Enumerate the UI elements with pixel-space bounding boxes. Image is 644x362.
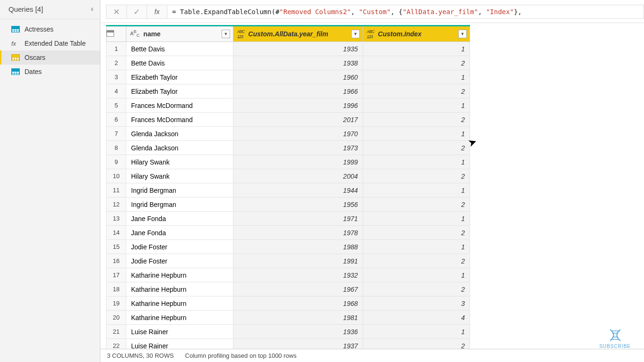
cell-name[interactable]: Frances McDormand [126, 99, 233, 113]
cell-name[interactable]: Luise Rainer [126, 339, 233, 349]
cell-index[interactable]: 1 [363, 183, 470, 197]
cell-name[interactable]: Katharine Hepburn [126, 282, 233, 296]
cell-year[interactable]: 1996 [233, 99, 363, 113]
cancel-formula-button[interactable]: ✕ [106, 5, 127, 19]
cell-year[interactable]: 1981 [233, 311, 363, 325]
cell-year[interactable]: 1938 [233, 56, 363, 70]
column-header-index[interactable]: ABC123 Custom.Index ▼ [363, 26, 470, 42]
table-row[interactable]: 4Elizabeth Taylor19662 [107, 84, 470, 99]
cell-name[interactable]: Jane Fonda [126, 212, 233, 226]
cell-index[interactable]: 1 [363, 127, 470, 141]
table-row[interactable]: 11Ingrid Bergman19441 [107, 183, 470, 197]
cell-year[interactable]: 1937 [233, 339, 363, 349]
table-corner-menu[interactable] [107, 26, 126, 42]
cell-name[interactable]: Frances McDormand [126, 113, 233, 127]
cell-year[interactable]: 1935 [233, 42, 363, 56]
cell-index[interactable]: 2 [363, 141, 470, 155]
table-row[interactable]: 5Frances McDormand19961 [107, 99, 470, 113]
cell-name[interactable]: Ingrid Bergman [126, 183, 233, 197]
cell-name[interactable]: Ingrid Bergman [126, 197, 233, 212]
cell-index[interactable]: 1 [363, 99, 470, 113]
cell-year[interactable]: 1973 [233, 141, 363, 155]
fx-button[interactable]: fx [147, 5, 167, 19]
cell-name[interactable]: Katharine Hepburn [126, 296, 233, 311]
cell-name[interactable]: Bette Davis [126, 42, 233, 56]
query-item-actresses[interactable]: Actresses [0, 22, 100, 36]
cell-name[interactable]: Glenda Jackson [126, 127, 233, 141]
query-item-dates[interactable]: Dates [0, 65, 100, 79]
cell-index[interactable]: 2 [363, 254, 470, 268]
column-header-year-film[interactable]: ABC123 Custom.AllData.year_film ▼ [233, 26, 363, 42]
table-row[interactable]: 8Glenda Jackson19732 [107, 141, 470, 155]
cell-index[interactable]: 1 [363, 325, 470, 339]
cell-name[interactable]: Hilary Swank [126, 169, 233, 183]
table-row[interactable]: 21Luise Rainer19361 [107, 325, 470, 339]
cell-year[interactable]: 1936 [233, 325, 363, 339]
cell-year[interactable]: 1960 [233, 70, 363, 84]
cell-index[interactable]: 1 [363, 70, 470, 84]
table-row[interactable]: 10Hilary Swank20042 [107, 169, 470, 183]
cell-name[interactable]: Luise Rainer [126, 325, 233, 339]
cell-year[interactable]: 1988 [233, 240, 363, 254]
cell-year[interactable]: 2017 [233, 113, 363, 127]
cell-index[interactable]: 2 [363, 56, 470, 70]
cell-index[interactable]: 4 [363, 311, 470, 325]
cell-name[interactable]: Hilary Swank [126, 155, 233, 169]
cell-name[interactable]: Elizabeth Taylor [126, 70, 233, 84]
cell-index[interactable]: 2 [363, 226, 470, 240]
cell-index[interactable]: 1 [363, 212, 470, 226]
filter-dropdown-icon[interactable]: ▼ [222, 30, 230, 38]
filter-dropdown-icon[interactable]: ▼ [351, 30, 360, 38]
table-row[interactable]: 6Frances McDormand20172 [107, 113, 470, 127]
cell-index[interactable]: 2 [363, 169, 470, 183]
cell-index[interactable]: 2 [363, 197, 470, 212]
cell-name[interactable]: Bette Davis [126, 56, 233, 70]
table-row[interactable]: 13Jane Fonda19711 [107, 212, 470, 226]
query-item-oscars[interactable]: Oscars [0, 50, 100, 65]
cell-index[interactable]: 1 [363, 42, 470, 56]
table-row[interactable]: 17Katharine Hepburn19321 [107, 268, 470, 282]
cell-index[interactable]: 3 [363, 296, 470, 311]
cell-name[interactable]: Glenda Jackson [126, 141, 233, 155]
cell-index[interactable]: 2 [363, 84, 470, 99]
query-item-extended-date-table[interactable]: fx Extended Date Table [0, 36, 100, 50]
cell-name[interactable]: Elizabeth Taylor [126, 84, 233, 99]
table-row[interactable]: 3Elizabeth Taylor19601 [107, 70, 470, 84]
filter-dropdown-icon[interactable]: ▼ [458, 30, 467, 38]
cell-index[interactable]: 1 [363, 268, 470, 282]
table-row[interactable]: 9Hilary Swank19991 [107, 155, 470, 169]
cell-year[interactable]: 1999 [233, 155, 363, 169]
table-row[interactable]: 18Katharine Hepburn19672 [107, 282, 470, 296]
cell-name[interactable]: Jane Fonda [126, 226, 233, 240]
cell-year[interactable]: 1970 [233, 127, 363, 141]
cell-year[interactable]: 1956 [233, 197, 363, 212]
cell-name[interactable]: Katharine Hepburn [126, 311, 233, 325]
table-row[interactable]: 12Ingrid Bergman19562 [107, 197, 470, 212]
table-row[interactable]: 1Bette Davis19351 [107, 42, 470, 56]
table-row[interactable]: 7Glenda Jackson19701 [107, 127, 470, 141]
table-row[interactable]: 2Bette Davis19382 [107, 56, 470, 70]
column-header-name[interactable]: ABC name ▼ [126, 26, 233, 42]
table-row[interactable]: 19Katharine Hepburn19683 [107, 296, 470, 311]
cell-year[interactable]: 2004 [233, 169, 363, 183]
cell-year[interactable]: 1991 [233, 254, 363, 268]
cell-name[interactable]: Jodie Foster [126, 254, 233, 268]
cell-index[interactable]: 1 [363, 155, 470, 169]
cell-year[interactable]: 1932 [233, 268, 363, 282]
cell-year[interactable]: 1966 [233, 84, 363, 99]
cell-year[interactable]: 1967 [233, 282, 363, 296]
cell-index[interactable]: 1 [363, 240, 470, 254]
cell-name[interactable]: Katharine Hepburn [126, 268, 233, 282]
cell-year[interactable]: 1978 [233, 226, 363, 240]
cell-year[interactable]: 1968 [233, 296, 363, 311]
table-row[interactable]: 16Jodie Foster19912 [107, 254, 470, 268]
cell-year[interactable]: 1944 [233, 183, 363, 197]
table-row[interactable]: 14Jane Fonda19782 [107, 226, 470, 240]
cell-index[interactable]: 2 [363, 339, 470, 349]
cell-name[interactable]: Jodie Foster [126, 240, 233, 254]
formula-input[interactable]: = Table.ExpandTableColumn(#"Removed Colu… [167, 5, 644, 19]
cell-index[interactable]: 2 [363, 282, 470, 296]
cell-index[interactable]: 2 [363, 113, 470, 127]
table-row[interactable]: 15Jodie Foster19881 [107, 240, 470, 254]
collapse-sidebar-icon[interactable]: ‹ [91, 5, 93, 13]
